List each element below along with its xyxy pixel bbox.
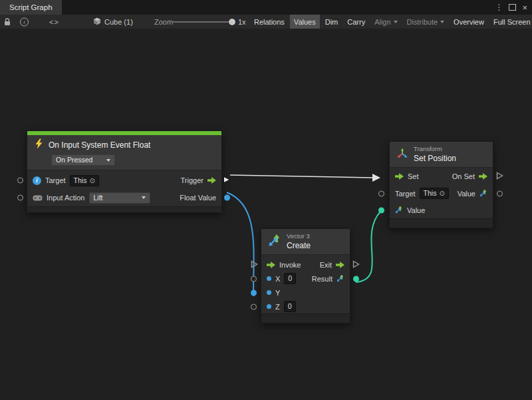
tab-script-graph[interactable]: Script Graph bbox=[0, 0, 62, 15]
port-trigger-output[interactable] bbox=[223, 174, 231, 186]
relations-button[interactable]: Relations bbox=[250, 15, 289, 29]
vector3-type-icon bbox=[479, 188, 487, 200]
tab-title: Script Graph bbox=[9, 3, 53, 11]
carry-button[interactable]: Carry bbox=[343, 15, 369, 29]
wire-result-to-value[interactable] bbox=[356, 212, 380, 282]
values-button[interactable]: Values bbox=[290, 15, 320, 29]
graph-target-selector[interactable]: Cube (1) bbox=[93, 17, 133, 27]
window-menu-icon[interactable]: ⋮ bbox=[495, 3, 503, 11]
target-field[interactable]: This ⊙ bbox=[70, 175, 99, 186]
port-row-target-valueout: Target This ⊙ Value bbox=[390, 185, 493, 202]
wire-trigger-to-set[interactable] bbox=[230, 175, 372, 178]
port-invoke-input[interactable] bbox=[251, 259, 258, 271]
x-value-field[interactable]: 0 bbox=[284, 273, 296, 284]
info-icon[interactable]: i bbox=[20, 17, 29, 26]
vector3-type-icon bbox=[395, 204, 403, 216]
port-row-value-in: Value bbox=[390, 202, 493, 218]
z-value-field[interactable]: 0 bbox=[284, 301, 296, 312]
window-controls: ⋮ × bbox=[495, 0, 532, 15]
port-y-input[interactable] bbox=[251, 290, 257, 296]
transform-icon bbox=[396, 148, 408, 161]
chevron-down-icon bbox=[106, 159, 110, 162]
chevron-down-icon bbox=[142, 196, 146, 199]
input-action-label: Input Action bbox=[47, 194, 85, 202]
node-title: On Input System Event Float bbox=[49, 140, 150, 150]
object-picker-icon: ⊙ bbox=[89, 176, 94, 185]
close-icon[interactable]: × bbox=[522, 3, 527, 12]
align-dropdown-button[interactable]: Align bbox=[370, 15, 401, 29]
input-action-value: Lift bbox=[94, 194, 103, 202]
target-value: This bbox=[424, 189, 437, 198]
vector3-type-icon bbox=[336, 273, 344, 285]
distribute-dropdown-button[interactable]: Distribute bbox=[403, 15, 448, 29]
node-footer bbox=[27, 206, 221, 212]
vector3-node-header: Vector 3 Create bbox=[261, 229, 350, 255]
graph-canvas[interactable]: On Input System Event Float On Pressed i… bbox=[0, 29, 532, 400]
port-float-value-output[interactable] bbox=[224, 195, 230, 201]
event-node-header: On Input System Event Float On Pressed bbox=[27, 135, 221, 170]
graph-toolbar: i <> Cube (1) Zoom 1x Relations Values D… bbox=[0, 15, 532, 29]
vector3-icon bbox=[268, 234, 281, 250]
control-arrow-icon bbox=[267, 262, 275, 268]
port-on-set-output[interactable] bbox=[496, 170, 503, 182]
transform-node-header: Transform Set Position bbox=[390, 142, 493, 168]
port-row-z: Z 0 bbox=[261, 300, 350, 313]
port-result-output[interactable] bbox=[353, 276, 359, 282]
toolbar-buttons: Relations Values Dim Carry Align Distrib… bbox=[250, 15, 532, 29]
port-row-inputaction-floatvalue: Input Action Lift Float Value bbox=[27, 189, 221, 206]
node-title: Set Position bbox=[414, 154, 456, 163]
node-transform-set-position[interactable]: Transform Set Position Set On Set bbox=[389, 141, 493, 228]
exit-label: Exit bbox=[320, 261, 332, 269]
graph-target-label: Cube (1) bbox=[104, 18, 133, 26]
port-row-x-result: X 0 Result bbox=[261, 272, 350, 286]
port-exit-output[interactable] bbox=[352, 259, 360, 271]
port-z-input[interactable] bbox=[251, 303, 257, 309]
lightning-icon bbox=[34, 138, 43, 152]
full-screen-button[interactable]: Full Screen bbox=[489, 15, 532, 29]
target-field[interactable]: This ⊙ bbox=[420, 188, 449, 199]
node-title: Create bbox=[287, 241, 311, 250]
x-label: X bbox=[275, 275, 280, 283]
port-value-output[interactable] bbox=[497, 190, 503, 196]
on-set-label: On Set bbox=[452, 172, 475, 180]
info-glyph: i bbox=[20, 17, 29, 26]
zoom-slider-handle[interactable] bbox=[229, 19, 235, 25]
code-preview-icon[interactable]: <> bbox=[49, 18, 59, 26]
node-type-label: Vector 3 bbox=[287, 232, 311, 240]
port-target-input[interactable] bbox=[378, 190, 384, 196]
x-value: 0 bbox=[288, 274, 292, 283]
overview-button[interactable]: Overview bbox=[450, 15, 488, 29]
port-value-input[interactable] bbox=[378, 207, 384, 213]
chevron-down-icon bbox=[440, 21, 444, 23]
node-vector3-create[interactable]: Vector 3 Create Invoke Exit bbox=[261, 228, 350, 323]
port-input-action-input[interactable] bbox=[17, 195, 23, 201]
lock-icon[interactable] bbox=[4, 18, 11, 26]
event-mode-dropdown[interactable]: On Pressed bbox=[51, 154, 115, 166]
maximize-icon[interactable] bbox=[509, 4, 516, 11]
wire-floatvalue-to-y[interactable] bbox=[227, 192, 254, 296]
target-value: This bbox=[74, 176, 87, 185]
port-target-input[interactable] bbox=[17, 178, 23, 184]
value-in-label: Value bbox=[407, 206, 425, 214]
object-picker-icon: ⊙ bbox=[439, 189, 444, 198]
set-label: Set bbox=[408, 172, 419, 180]
port-x-input[interactable] bbox=[251, 276, 257, 282]
zoom-slider[interactable] bbox=[172, 18, 235, 26]
zoom-label: Zoom bbox=[154, 18, 173, 26]
value-out-label: Value bbox=[458, 190, 475, 198]
dim-button[interactable]: Dim bbox=[321, 15, 342, 29]
align-label: Align bbox=[374, 18, 390, 26]
y-type-dot-icon bbox=[267, 290, 271, 295]
z-label: Z bbox=[275, 303, 280, 311]
invoke-label: Invoke bbox=[279, 261, 301, 269]
control-arrow-icon bbox=[207, 177, 216, 184]
float-value-label: Float Value bbox=[180, 194, 216, 202]
node-footer bbox=[261, 313, 350, 323]
trigger-label: Trigger bbox=[181, 176, 203, 184]
input-action-dropdown[interactable]: Lift bbox=[89, 192, 150, 204]
node-on-input-system-event-float[interactable]: On Input System Event Float On Pressed i… bbox=[27, 130, 222, 213]
result-label: Result bbox=[312, 275, 332, 283]
cube-icon bbox=[93, 17, 101, 27]
zoom-value: 1x bbox=[238, 18, 246, 26]
title-bar: Script Graph ⋮ × bbox=[0, 0, 532, 15]
